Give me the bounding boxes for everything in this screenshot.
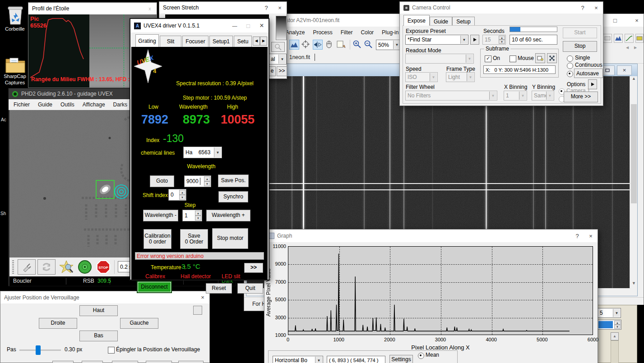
spinner-arrows[interactable]: ▲▼ [204,176,210,186]
step-slider-thumb[interactable] [36,345,41,355]
side-panel-scrollbar[interactable] [611,340,619,363]
down-button[interactable]: Bas [79,331,118,341]
chevron-down-icon[interactable]: ▼ [315,357,322,363]
menu-affichage[interactable]: Affichage [79,99,109,110]
minimize-icon[interactable]: — [228,19,241,32]
save-0order-button[interactable]: Save0 Order [180,229,208,249]
menu-fichier[interactable]: Fichier [9,99,34,110]
autosave-radio[interactable] [567,71,573,77]
chevron-down-icon[interactable]: ▼ [214,147,221,157]
synchro-button[interactable]: Synchro [218,191,248,202]
tab-guide[interactable]: Guide [430,17,452,26]
settings-button[interactable]: Settings [389,355,413,363]
scroll-left-icon[interactable]: ◀ [626,46,629,50]
help-icon[interactable]: ? [570,230,584,242]
sharpcap-folder-icon[interactable] [5,56,26,74]
subframe-full-icon[interactable] [547,53,557,63]
exposure-preset-combo[interactable]: *Find Star ▼ [405,35,468,45]
stop-icon[interactable]: STOP [95,260,111,274]
subframe-coords-field[interactable]: X: 0 Y: 300 W:5496 H:1300 [483,65,556,74]
maximize-icon[interactable]: □ [608,14,622,27]
graph-titlebar[interactable]: Graph ? × [264,230,598,242]
small-square-button[interactable] [193,306,202,315]
close-icon[interactable]: × [589,2,603,14]
step-size-spinner[interactable]: 1 ▲▼ [182,210,202,221]
readout-mode-combo[interactable]: ▼ [405,54,474,64]
curve-icon[interactable] [625,34,634,43]
connect-equipment-icon[interactable] [18,259,36,275]
menu-darks[interactable]: Darks [109,99,131,110]
menu-process[interactable]: Process [309,27,336,38]
help-icon[interactable]: ? [259,2,273,14]
tab-setup2[interactable]: Setu [234,36,252,47]
stretch-partial-button[interactable]: e [269,66,276,76]
screen-stretch-titlebar[interactable]: Screen Stretch ? × [159,2,287,14]
histogram-mini-icon[interactable] [614,34,623,43]
pin-lock-checkbox[interactable] [108,347,115,354]
stretch-mode-combo[interactable]: al ▼ [269,54,287,64]
tab-slit[interactable]: Slit [160,36,181,47]
subframe-mouse-checkbox[interactable] [510,55,516,62]
side-panel-spinner[interactable]: ▲▼ [597,320,621,330]
graph-mode-combo[interactable]: Horizontal Bo ▼ [273,356,323,363]
auto-select-star-icon[interactable] [58,260,74,274]
help-icon[interactable]: ? [576,2,589,14]
clipped-button[interactable] [112,361,138,363]
crosshair-tool-icon[interactable] [301,40,311,50]
subframe-edit-icon[interactable] [535,53,545,63]
goto-wavelength-input[interactable]: 9000 ▲▼ [184,175,211,187]
zoom-in-icon[interactable] [352,40,362,50]
colormap-icon[interactable] [635,34,644,43]
scroll-right-icon[interactable]: ▶ [634,46,637,50]
filename-tab[interactable]: 1neon.fit [289,54,310,60]
save-pos-button[interactable]: Save Pos. [218,175,249,187]
toolbar-grip[interactable] [12,260,14,274]
disconnect-button[interactable]: Disconnect [137,281,172,293]
frame-type-combo[interactable]: Light ▼ [446,72,475,82]
guide-icon[interactable] [77,260,93,274]
star-profile-titlebar[interactable]: Profil de l'Étoile x [28,3,157,14]
right-button[interactable]: Droite [39,318,77,329]
scrollbar-thumb[interactable] [631,104,637,203]
clipped-button[interactable] [52,361,74,363]
quit-button[interactable]: Quit [237,283,263,294]
tab-focuser[interactable]: Focuser [182,36,208,47]
zoom-level-combo[interactable]: 50% ▼ [376,40,401,50]
scroll-down-icon[interactable]: ▼ [630,281,638,289]
spinner-arrows[interactable]: ▲▼ [614,321,621,329]
scroll-up-icon[interactable]: ▲ [630,76,638,84]
tab-scroll-right-icon[interactable]: ▶ [260,37,267,46]
adjust-titlebar[interactable]: Ajuster Position de Verrouillage × [0,291,209,303]
shift-index-spinner[interactable]: 0 ▲▼ [168,189,186,201]
loop-exposure-icon[interactable] [37,259,56,275]
close-icon[interactable]: x [143,3,157,14]
chevron-down-icon[interactable]: ▼ [613,309,620,317]
calibration-0order-button[interactable]: Calibration0 order [144,229,171,249]
side-panel-combo[interactable]: 5 ▼ [598,308,621,318]
stretch-more-button[interactable]: >> [277,66,287,76]
uvex-expand-button[interactable]: >> [244,263,263,273]
stop-motor-button[interactable]: Stop motor [212,228,248,249]
goto-button[interactable]: Goto [150,175,174,187]
autosave-button[interactable]: Autosave [574,69,603,78]
start-button[interactable]: Start [563,28,597,38]
seconds-spinner[interactable]: 15 ▲▼ [482,35,506,45]
continuous-radio[interactable] [567,63,573,69]
tab-setup1[interactable]: Setup1 [209,36,233,47]
close-icon[interactable]: × [584,230,598,242]
tab-scroll-left-icon[interactable]: ◀ [253,37,260,46]
close-icon[interactable]: × [273,2,287,14]
left-button[interactable]: Gauche [120,318,158,329]
subframe-on-checkbox[interactable]: ✓ [485,55,491,62]
up-button[interactable]: Haut [79,305,118,316]
spinner-arrows[interactable]: ▲▼ [179,190,185,200]
chemical-lines-combo[interactable]: Ha 6563 ▼ [183,147,222,158]
uvex-titlebar[interactable]: A UVEX4 driver V 0.1.5.1 — □ × [130,19,269,32]
more-button[interactable]: More >> [564,92,598,102]
scroll-up-icon[interactable]: ▲ [611,332,619,340]
mean-radio[interactable] [418,353,424,359]
zoom-out-icon[interactable] [364,40,374,50]
close-icon[interactable]: × [617,65,632,75]
dither-icon[interactable] [603,34,612,43]
close-icon[interactable]: × [255,19,269,32]
